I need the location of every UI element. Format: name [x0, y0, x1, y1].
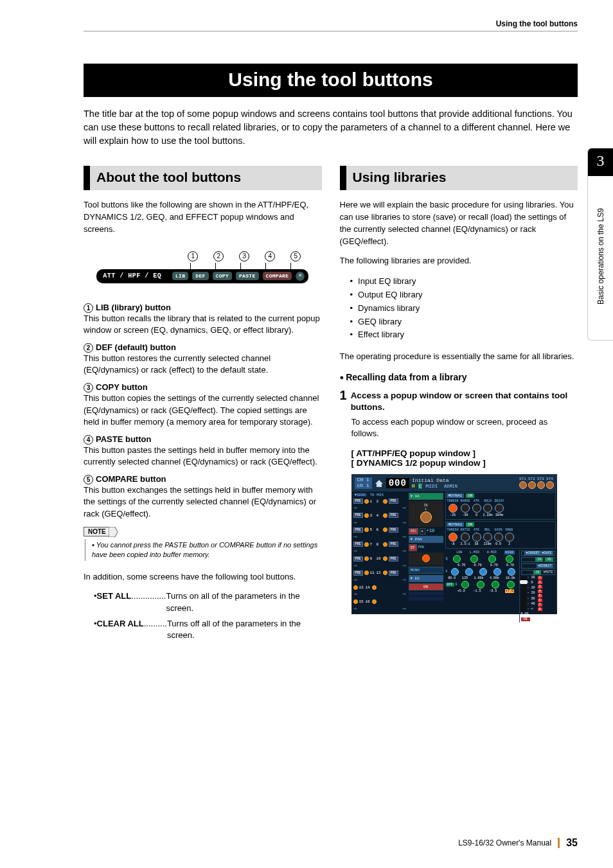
- paste-button[interactable]: PASTE: [236, 272, 259, 280]
- item-4-body: This button pastes the settings held in …: [84, 445, 322, 468]
- lib-item: GEQ library: [350, 315, 578, 329]
- callout-3: 3: [239, 251, 249, 261]
- section-title-libs: Using libraries: [340, 166, 578, 190]
- mark-2: 2: [84, 343, 93, 353]
- def-button[interactable]: DEF: [192, 272, 208, 280]
- scene-num: 000: [386, 478, 409, 488]
- scene-name: Initial DataR E MIDI ADMIN: [412, 477, 458, 489]
- libs-intro: Here we will explain the basic procedure…: [340, 199, 578, 247]
- window-heading-1: [ ATT/HPF/EQ popup window ]: [340, 448, 578, 458]
- item-5-body: This button exchanges the settings held …: [84, 484, 322, 520]
- set-all-row: • SET ALL............... Turns on all of…: [94, 590, 322, 614]
- dots: ..........: [144, 618, 167, 641]
- footer: LS9-16/32 Owner's Manual 35: [458, 837, 578, 849]
- step-1-heading: 1 Access a popup window or screen that c…: [340, 389, 578, 413]
- clear-all-desc: Turns off all of the parameters in the s…: [167, 618, 322, 641]
- item-2-body: This button restores the currently selec…: [84, 353, 322, 376]
- footer-divider: [558, 838, 560, 848]
- pencil-icon: [109, 527, 118, 537]
- svg-marker-1: [375, 480, 383, 487]
- item-4: 4PASTE button This button pastes the set…: [84, 434, 322, 468]
- lead-paragraph: The title bar at the top of some popup w…: [84, 107, 578, 148]
- left-column: About the tool buttons Tool buttons like…: [84, 166, 322, 648]
- svg-marker-0: [109, 527, 118, 537]
- copy-button[interactable]: COPY: [213, 272, 232, 280]
- note-body: • You cannot press the PASTE button or C…: [85, 539, 322, 561]
- about-intro: Tool buttons like the following are show…: [84, 199, 322, 236]
- item-2: 2DEF (default) button This button restor…: [84, 342, 322, 376]
- main-title: Using the tool buttons: [84, 64, 578, 97]
- extra-buttons-list: • SET ALL............... Turns on all of…: [84, 590, 322, 641]
- libs-list: Input EQ library Output EQ library Dynam…: [340, 275, 578, 342]
- note-tag: NOTE: [84, 527, 111, 536]
- callout-2: 2: [213, 251, 224, 261]
- item-3-body: This button copies the settings of the c…: [84, 393, 322, 428]
- libs-list-intro: The following libraries are provided.: [340, 255, 578, 267]
- callout-4: 4: [265, 251, 275, 261]
- lib-item: Output EQ library: [350, 288, 578, 302]
- home-icon: [375, 479, 384, 488]
- lib-item: Input EQ library: [350, 275, 578, 288]
- right-column: Using libraries Here we will explain the…: [340, 166, 578, 648]
- dyn-eq-section: ▼DYNA1ON THRESH-26 RANGE-56 ATK0 HOLD2.3…: [445, 492, 556, 614]
- side-tab: 3 Basic operations on the LS9: [587, 148, 613, 341]
- addition-text: In addition, some screens have the follo…: [84, 571, 322, 583]
- item-2-heading: DEF (default) button: [96, 342, 176, 352]
- mark-1: 1: [84, 303, 93, 313]
- item-5: 5COMPARE button This button exchanges th…: [84, 474, 322, 520]
- toolbar-label: ATT / HPF / EQ: [100, 272, 168, 279]
- item-1-body: This button recalls the library that is …: [84, 313, 322, 336]
- toolbar: ATT / HPF / EQ LIB DEF COPY PASTE COMPAR…: [96, 269, 308, 283]
- item-4-heading: PASTE button: [96, 434, 151, 444]
- toolbar-diagram: 1 2 3 4 5 ATT / HPF / EQ LIB DEF COPY PA…: [96, 251, 308, 283]
- page-number: 35: [566, 837, 578, 849]
- chapter-num: 3: [588, 148, 613, 176]
- item-3: 3COPY button This button copies the sett…: [84, 382, 322, 428]
- mark-5: 5: [84, 475, 93, 484]
- ha-pan-section: ▼ HA IN 1 48Vφ+10 ▼ PAN STPAN MONO ▼ EG …: [407, 492, 445, 614]
- running-head: Using the tool buttons: [84, 19, 578, 31]
- step-num: 1: [340, 389, 347, 402]
- send-section: ▼SENDTO MIX PRE12PRE -∞-∞ PRE34PRE -∞-∞ …: [352, 492, 407, 614]
- item-5-heading: COMPARE button: [96, 474, 166, 484]
- clear-all-term: CLEAR ALL: [97, 618, 144, 641]
- set-all-desc: Turns on all of the parameters in the sc…: [166, 590, 321, 614]
- manual-name: LS9-16/32 Owner's Manual: [458, 838, 551, 847]
- libs-outro: The operating procedure is essentially t…: [340, 351, 578, 363]
- lib-button[interactable]: LIB: [172, 272, 188, 280]
- item-3-heading: COPY button: [96, 382, 148, 392]
- section-title-about: About the tool buttons: [84, 166, 322, 190]
- set-all-term: SET ALL: [97, 590, 132, 614]
- console-screenshot: CH 1 ch 1 000 Initial DataR E MIDI ADMIN…: [351, 474, 557, 614]
- close-button[interactable]: ✕: [296, 272, 305, 281]
- note-label: NOTE: [88, 528, 106, 535]
- window-heading-2: [ DYNAMICS 1/2 popup window ]: [340, 458, 578, 468]
- dots: ...............: [131, 590, 166, 614]
- mark-3: 3: [84, 383, 93, 393]
- compare-button[interactable]: COMPARE: [263, 272, 292, 280]
- chapter-title: Basic operations on the LS9: [596, 176, 605, 337]
- step-1-title: Access a popup window or screen that con…: [351, 389, 578, 413]
- callout-5: 5: [290, 251, 301, 261]
- mark-4: 4: [84, 435, 93, 445]
- step-1-body: To access each popup window or screen, p…: [340, 416, 578, 439]
- item-1-heading: LIB (library) button: [96, 303, 171, 312]
- ch-label: CH 1 ch 1: [355, 477, 372, 489]
- clear-all-row: • CLEAR ALL.......... Turns off all of t…: [94, 618, 322, 641]
- recall-heading: Recalling data from a library: [340, 372, 578, 382]
- callout-1: 1: [188, 251, 198, 261]
- item-1: 1LIB (library) button This button recall…: [84, 303, 322, 336]
- lib-item: Dynamics library: [350, 302, 578, 315]
- lib-item: Effect library: [350, 328, 578, 342]
